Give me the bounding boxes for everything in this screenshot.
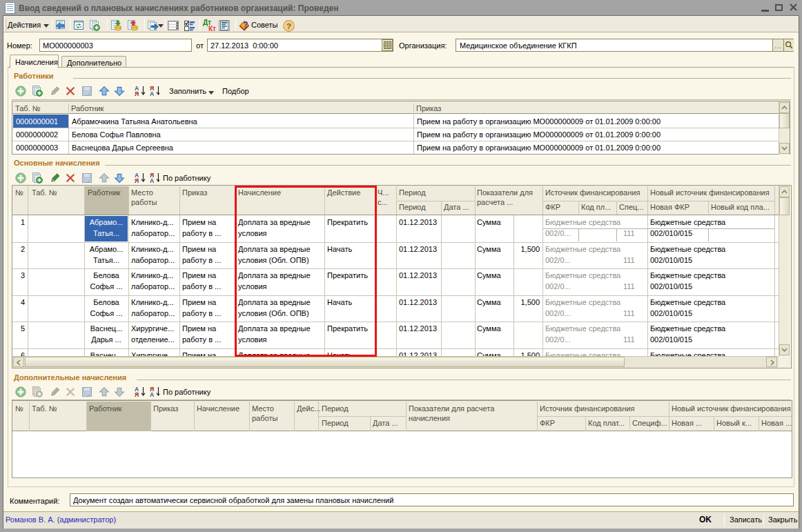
svg-text:ГОК: ГОК [84,179,90,183]
svg-text:ГОК: ГОК [84,393,90,397]
svg-text:?: ? [243,20,248,30]
svg-text:?: ? [286,21,291,30]
svg-text:ГОК: ГОК [84,92,90,96]
